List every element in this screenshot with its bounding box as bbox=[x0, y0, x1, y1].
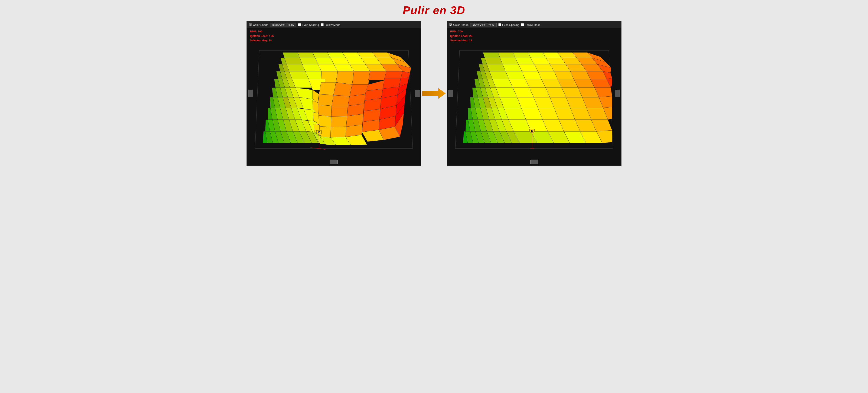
svg-marker-145 bbox=[485, 58, 503, 64]
toolbar-right: Color Shade Black Color Theme Even Spaci… bbox=[447, 21, 621, 28]
slider-bottom-right[interactable] bbox=[530, 160, 538, 164]
svg-marker-74 bbox=[331, 106, 348, 116]
panels-row: Color Shade Black Color Theme Even Spaci… bbox=[0, 19, 868, 170]
color-shade-checkbox-left[interactable] bbox=[249, 23, 252, 26]
slider-bottom-left[interactable] bbox=[330, 160, 338, 164]
svg-text:18: 18 bbox=[531, 130, 533, 132]
surface-chart-left: 18 bbox=[251, 30, 417, 165]
color-shade-checkbox-right[interactable] bbox=[450, 23, 452, 26]
even-spacing-checkbox-right[interactable] bbox=[498, 23, 501, 26]
svg-marker-105 bbox=[331, 127, 346, 137]
slider-right-right[interactable] bbox=[615, 90, 620, 97]
follow-mode-left[interactable]: Follow Mode bbox=[321, 23, 340, 26]
color-shade-left[interactable]: Color Shade bbox=[249, 23, 268, 26]
svg-marker-88 bbox=[318, 115, 331, 127]
slider-left-left[interactable] bbox=[248, 90, 253, 97]
svg-marker-47 bbox=[334, 82, 352, 96]
slider-right-left[interactable] bbox=[415, 90, 420, 97]
chart-area-right: 18 bbox=[447, 29, 621, 166]
svg-marker-138 bbox=[513, 53, 531, 58]
svg-marker-11 bbox=[284, 58, 302, 64]
svg-marker-133 bbox=[422, 88, 446, 99]
svg-marker-38 bbox=[384, 71, 402, 78]
svg-marker-146 bbox=[500, 58, 518, 64]
svg-marker-21 bbox=[286, 64, 305, 71]
follow-mode-checkbox-left[interactable] bbox=[321, 23, 323, 26]
svg-marker-46 bbox=[319, 82, 336, 95]
follow-mode-checkbox-right[interactable] bbox=[521, 23, 524, 26]
svg-marker-89 bbox=[331, 116, 347, 127]
svg-marker-4 bbox=[313, 53, 331, 58]
svg-marker-35 bbox=[336, 71, 354, 84]
even-spacing-left[interactable]: Even Spacing bbox=[298, 23, 319, 26]
svg-marker-59 bbox=[318, 94, 334, 106]
svg-marker-155 bbox=[487, 64, 505, 71]
svg-rect-129 bbox=[318, 134, 319, 135]
svg-marker-37 bbox=[368, 71, 386, 80]
svg-marker-2 bbox=[283, 53, 300, 58]
theme-button-right[interactable]: Black Color Theme bbox=[470, 23, 497, 27]
svg-rect-256 bbox=[532, 132, 532, 133]
panel-left: Color Shade Black Color Theme Even Spaci… bbox=[247, 21, 421, 166]
svg-marker-3 bbox=[298, 53, 315, 58]
panel-right: Color Shade Black Color Theme Even Spaci… bbox=[447, 21, 621, 166]
svg-marker-136 bbox=[483, 53, 500, 58]
svg-marker-12 bbox=[300, 58, 318, 64]
even-spacing-right[interactable]: Even Spacing bbox=[498, 23, 519, 26]
svg-marker-137 bbox=[498, 53, 516, 58]
surface-chart-right: 18 bbox=[451, 30, 617, 165]
svg-marker-60 bbox=[332, 95, 350, 106]
slider-left-right[interactable] bbox=[448, 90, 453, 97]
color-shade-right[interactable]: Color Shade bbox=[450, 23, 468, 26]
follow-mode-right[interactable]: Follow Mode bbox=[521, 23, 540, 26]
svg-text:18: 18 bbox=[318, 131, 320, 134]
arrow-container bbox=[421, 87, 447, 100]
chart-area-left: 18 bbox=[247, 29, 421, 166]
page-title: Pulir en 3D bbox=[403, 0, 465, 19]
svg-marker-36 bbox=[352, 71, 370, 84]
theme-button-left[interactable]: Black Color Theme bbox=[270, 23, 297, 27]
svg-marker-73 bbox=[318, 105, 332, 116]
even-spacing-checkbox-left[interactable] bbox=[298, 23, 301, 26]
toolbar-left: Color Shade Black Color Theme Even Spaci… bbox=[247, 21, 421, 28]
before-after-arrow bbox=[422, 87, 446, 100]
